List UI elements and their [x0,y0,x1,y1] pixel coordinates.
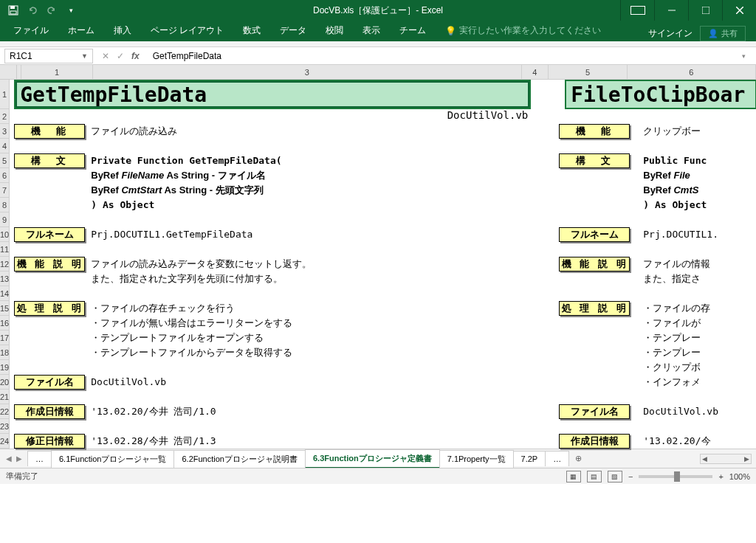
row-header[interactable]: 5 [0,153,10,168]
chevron-down-icon[interactable]: ▼ [81,52,88,60]
view-pagebreak-button[interactable]: ▧ [608,471,622,483]
cell-text: ・ファイルの存 [640,301,756,316]
add-sheet-button[interactable]: ⊕ [569,454,588,463]
cell-text: ByRef FileName As String - ファイル名 [88,168,531,183]
spreadsheet-grid[interactable]: GetTempFileData FileToClipBoar DocUtilVo… [10,80,756,449]
zoom-slider[interactable] [639,475,712,478]
row-header[interactable]: 23 [0,419,10,434]
label-koubun: 構 文 [14,153,85,168]
row-header[interactable]: 2 [0,109,10,124]
cell-text: ・テンプレートファイルをオープンする [88,331,531,345]
undo-icon[interactable] [27,4,38,16]
sheet-nav-next-icon[interactable]: ▶ [16,454,22,463]
row-header[interactable]: 15 [0,301,10,316]
maximize-button[interactable] [688,0,722,21]
tab-formulas[interactable]: 数式 [234,20,269,41]
cancel-formula-icon[interactable]: ✕ [102,51,109,61]
label-koubun: 構 文 [559,153,630,168]
row-header[interactable]: 14 [0,286,10,301]
row-header[interactable]: 13 [0,272,10,286]
horizontal-scrollbar[interactable]: ◀▶ [700,454,752,464]
svg-rect-1 [10,6,15,9]
select-all-corner[interactable] [0,65,17,80]
row-header[interactable]: 17 [0,331,10,345]
sheet-tab-dots[interactable]: … [545,451,569,466]
tellme-search[interactable]: 💡 実行したい作業を入力してください [436,20,610,41]
cell-text: ・ファイルが [640,316,756,331]
row-header[interactable]: 19 [0,360,10,375]
label-sakusei: 作成日情報 [14,404,85,419]
signin-link[interactable]: サインイン [648,27,693,40]
row-header[interactable]: 24 [0,434,10,449]
cell-text: '13.02.20/今井 浩司/1.0 [88,404,531,419]
col-header[interactable]: 3 [93,65,522,80]
sheet-tab[interactable]: 7.2P [513,451,546,466]
col-header[interactable]: 4 [522,65,549,80]
formula-input[interactable]: GetTempFileData ▾ [148,51,756,61]
label-kinousetsumei: 機 能 説 明 [14,257,85,272]
label-sakusei: 作成日情報 [559,434,630,449]
label-shorisetsumei: 処 理 説 明 [559,301,630,316]
enter-formula-icon[interactable]: ✓ [117,51,124,61]
col-header[interactable]: 6 [628,65,756,80]
col-header[interactable]: 1 [21,65,93,80]
ribbon-display-button[interactable] [620,0,654,21]
tab-data[interactable]: データ [271,20,315,41]
status-ready: 準備完了 [6,471,38,482]
cell-text: Prj.DOCUTIL1.GetTempFileData [88,227,531,242]
row-header[interactable]: 10 [0,227,10,242]
minimize-button[interactable] [654,0,688,21]
zoom-out-button[interactable]: − [628,472,633,481]
label-kinou: 機 能 [14,124,85,139]
share-button[interactable]: 👤 共有 [700,26,746,41]
row-header[interactable]: 11 [0,242,10,257]
insert-function-icon[interactable]: fx [131,51,140,61]
sheet-tab-dots[interactable]: … [27,451,52,466]
row-header[interactable]: 9 [0,212,10,227]
row-header[interactable]: 1 [0,80,10,109]
name-box[interactable]: R1C1 ▼ [4,49,93,63]
view-normal-button[interactable]: ▦ [566,471,581,483]
save-icon[interactable] [7,4,19,16]
row-header[interactable]: 7 [0,183,10,198]
row-header[interactable]: 18 [0,345,10,360]
col-header[interactable]: 5 [549,65,627,80]
share-icon: 👤 [708,29,718,38]
sheet-tab[interactable]: 6.3Functionプロシージャ定義書 [305,449,440,468]
cell-text: DocUtilVol.vb [447,109,529,121]
row-header[interactable]: 22 [0,404,10,419]
row-header[interactable]: 6 [0,168,10,183]
expand-formulabar-icon[interactable]: ▾ [742,52,752,60]
row-header[interactable]: 12 [0,257,10,272]
zoom-in-button[interactable]: + [718,472,723,481]
tab-insert[interactable]: 挿入 [105,20,140,41]
title-cell-left[interactable]: GetTempFileData [14,80,531,109]
sheet-nav-prev-icon[interactable]: ◀ [6,454,12,463]
row-header[interactable]: 20 [0,375,10,390]
zoom-level[interactable]: 100% [729,472,750,481]
cell-text: また、指定さ [640,272,756,286]
svg-rect-4 [702,7,709,14]
cell-text: Public Func [640,153,756,168]
view-pagelayout-button[interactable]: ▤ [587,471,602,483]
tab-pagelayout[interactable]: ページ レイアウト [142,20,233,41]
title-cell-right[interactable]: FileToClipBoar [565,80,756,109]
cell-text: ByRef File [640,168,756,183]
qat-customize-icon[interactable]: ▾ [65,4,77,16]
close-button[interactable] [722,0,756,21]
tab-view[interactable]: 表示 [354,20,389,41]
row-header[interactable]: 8 [0,198,10,212]
tab-file[interactable]: ファイル [4,20,58,41]
sheet-tab[interactable]: 6.1Functionプロシージャ一覧 [51,450,174,468]
cell-text: '13.02.20/今 [640,434,756,449]
redo-icon[interactable] [46,4,58,16]
row-header[interactable]: 3 [0,124,10,139]
tab-team[interactable]: チーム [391,20,435,41]
tab-review[interactable]: 校閲 [317,20,352,41]
tab-home[interactable]: ホーム [59,20,103,41]
row-header[interactable]: 21 [0,390,10,404]
row-header[interactable]: 16 [0,316,10,331]
sheet-tab[interactable]: 6.2Functionプロシージャ説明書 [173,450,305,468]
row-header[interactable]: 4 [0,139,10,153]
sheet-tab[interactable]: 7.1Property一覧 [439,450,514,468]
